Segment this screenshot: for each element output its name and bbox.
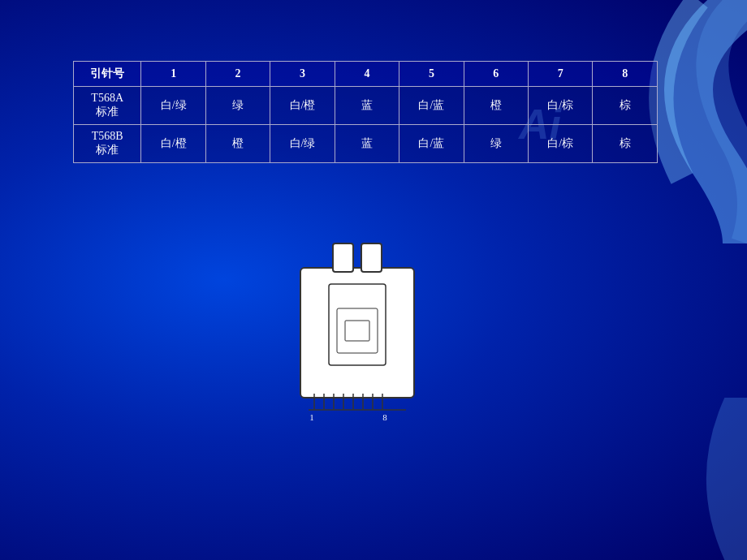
row1-col5: 白/蓝: [399, 87, 464, 125]
table-row: T568B标准 白/橙 橙 白/绿 蓝 白/蓝 绿 白/棕 棕: [74, 125, 658, 163]
row2-col8: 棕: [593, 125, 658, 163]
wiring-table: 引针号 1 2 3 4 5 6 7 8 T568A标准 白/绿 绿 白/橙 蓝 …: [73, 61, 658, 163]
col-header-7: 7: [529, 62, 593, 87]
row2-col6: 绿: [464, 125, 528, 163]
row1-label: T568A标准: [74, 87, 141, 125]
col-header-5: 5: [399, 62, 464, 87]
row1-col3: 白/橙: [270, 87, 335, 125]
svg-rect-2: [361, 243, 382, 272]
col-header-pin: 引针号: [74, 62, 141, 87]
connector-diagram: 1 8: [276, 235, 438, 430]
row2-col4: 蓝: [335, 125, 399, 163]
row2-col3: 白/绿: [270, 125, 335, 163]
row1-col1: 白/绿: [141, 87, 205, 125]
row1-col6: 橙: [464, 87, 528, 125]
svg-rect-5: [345, 321, 369, 341]
table-row: T568A标准 白/绿 绿 白/橙 蓝 白/蓝 橙 白/棕 棕: [74, 87, 658, 125]
col-header-6: 6: [464, 62, 528, 87]
col-header-4: 4: [335, 62, 399, 87]
svg-text:1: 1: [309, 412, 314, 422]
row2-col2: 橙: [205, 125, 270, 163]
col-header-3: 3: [270, 62, 335, 87]
svg-text:8: 8: [382, 412, 387, 422]
row2-label: T568B标准: [74, 125, 141, 163]
col-header-8: 8: [593, 62, 658, 87]
row2-col5: 白/蓝: [399, 125, 464, 163]
row2-col7: 白/棕: [529, 125, 593, 163]
row1-col7: 白/棕: [529, 87, 593, 125]
col-header-1: 1: [141, 62, 205, 87]
row2-col1: 白/橙: [141, 125, 205, 163]
row1-col2: 绿: [205, 87, 270, 125]
row1-col4: 蓝: [335, 87, 399, 125]
col-header-2: 2: [205, 62, 270, 87]
deco-bottom-right: [585, 398, 747, 560]
row1-col8: 棕: [593, 87, 658, 125]
connector-svg: 1 8: [276, 235, 438, 430]
svg-rect-1: [333, 243, 353, 272]
